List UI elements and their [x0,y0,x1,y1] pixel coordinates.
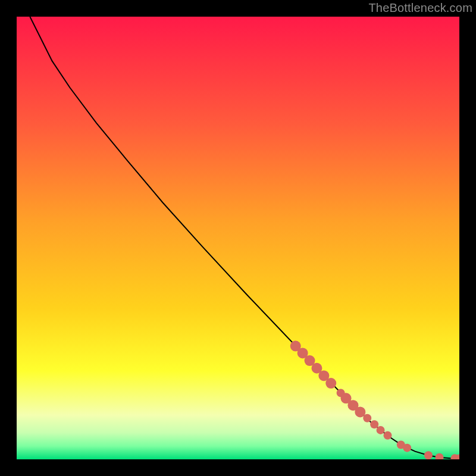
data-point [383,431,392,440]
chart-frame: TheBottleneck.com [0,0,476,476]
data-point [424,451,433,459]
watermark-text: TheBottleneck.com [368,1,472,15]
data-point [370,420,378,428]
data-point [377,426,385,434]
plot-svg [17,17,459,459]
data-point [403,444,411,452]
data-point [325,378,336,389]
data-point [363,414,371,422]
plot-area [17,17,459,459]
gradient-background [17,17,459,459]
